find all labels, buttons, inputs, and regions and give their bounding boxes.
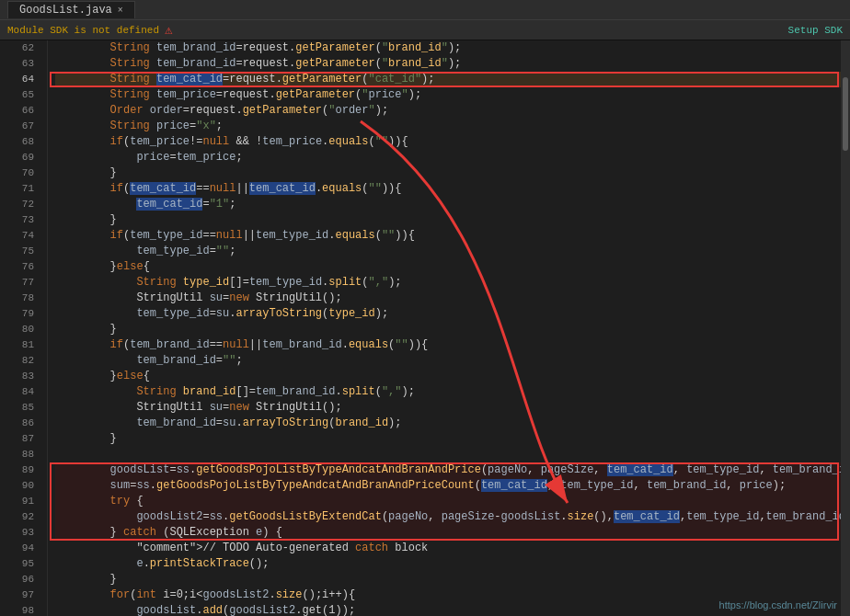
code-line-74: if(tem_type_id==null||tem_type_id.equals… bbox=[55, 228, 850, 244]
code-line-85: StringUtil su=new StringUtil(); bbox=[55, 400, 850, 416]
line-number-63: 63 bbox=[0, 56, 40, 72]
code-line-78: StringUtil su=new StringUtil(); bbox=[55, 291, 850, 306]
code-line-77: String type_id[]=tem_type_id.split(","); bbox=[55, 275, 850, 291]
code-line-84: String brand_id[]=tem_brand_id.split(","… bbox=[55, 384, 850, 400]
code-line-94: "comment">// TODO Auto-generated catch b… bbox=[55, 541, 850, 556]
line-number-85: 85 bbox=[0, 400, 40, 416]
line-number-89: 89 bbox=[0, 462, 40, 478]
setup-sdk-link[interactable]: Setup SDK bbox=[788, 25, 843, 36]
line-number-93: 93 bbox=[0, 525, 40, 541]
line-number-78: 78 bbox=[0, 291, 40, 306]
code-line-67: String price="x"; bbox=[55, 119, 850, 134]
line-number-80: 80 bbox=[0, 322, 40, 337]
code-line-81: if(tem_brand_id==null||tem_brand_id.equa… bbox=[55, 337, 850, 353]
line-number-75: 75 bbox=[0, 244, 40, 259]
line-number-64: 64 bbox=[0, 72, 40, 87]
code-line-92: goodsList2=ss.getGoodsListByExtendCat(pa… bbox=[55, 509, 850, 525]
line-number-77: 77 bbox=[0, 275, 40, 291]
line-number-72: 72 bbox=[0, 197, 40, 212]
line-number-73: 73 bbox=[0, 212, 40, 228]
file-tab[interactable]: GoodsList.java × bbox=[7, 1, 135, 18]
line-number-71: 71 bbox=[0, 181, 40, 197]
code-line-91: try { bbox=[55, 494, 850, 509]
line-number-94: 94 bbox=[0, 541, 40, 556]
sdk-warning-text: Module SDK is not defined bbox=[7, 25, 159, 36]
line-number-66: 66 bbox=[0, 103, 40, 119]
code-line-89: goodsList=ss.getGoodsPojoListByTypeAndca… bbox=[55, 462, 850, 478]
line-number-67: 67 bbox=[0, 119, 40, 134]
code-line-64: String tem_cat_id=request.getParameter("… bbox=[55, 72, 850, 87]
code-line-66: Order order=request.getParameter("order"… bbox=[55, 103, 850, 119]
code-line-88 bbox=[55, 447, 850, 462]
line-number-86: 86 bbox=[0, 416, 40, 431]
code-line-69: price=tem_price; bbox=[55, 150, 850, 165]
tab-filename: GoodsList.java bbox=[19, 4, 112, 17]
code-line-65: String tem_price=request.getParameter("p… bbox=[55, 87, 850, 103]
code-line-90: sum=ss.getGoodsPojoListByTypeAndcatAndBr… bbox=[55, 478, 850, 494]
line-number-92: 92 bbox=[0, 509, 40, 525]
line-number-69: 69 bbox=[0, 150, 40, 165]
error-indicator: ⚠ bbox=[165, 22, 172, 38]
line-number-76: 76 bbox=[0, 259, 40, 275]
line-number-81: 81 bbox=[0, 337, 40, 353]
code-line-72: tem_cat_id="1"; bbox=[55, 197, 850, 212]
code-line-80: } bbox=[55, 322, 850, 337]
code-editor: 6263646566676869707172737475767778798081… bbox=[0, 40, 850, 616]
code-line-75: tem_type_id=""; bbox=[55, 244, 850, 259]
code-line-95: e.printStackTrace(); bbox=[55, 556, 850, 572]
code-line-82: tem_brand_id=""; bbox=[55, 353, 850, 369]
code-line-83: }else{ bbox=[55, 369, 850, 384]
line-number-84: 84 bbox=[0, 384, 40, 400]
code-line-93: } catch (SQLException e) { bbox=[55, 525, 850, 541]
title-bar: GoodsList.java × bbox=[0, 0, 850, 20]
line-number-74: 74 bbox=[0, 228, 40, 244]
line-number-87: 87 bbox=[0, 431, 40, 447]
code-line-76: }else{ bbox=[55, 259, 850, 275]
line-number-82: 82 bbox=[0, 353, 40, 369]
code-line-62: String tem_brand_id=request.getParameter… bbox=[55, 40, 850, 56]
scrollbar-thumb[interactable] bbox=[843, 77, 848, 151]
line-number-95: 95 bbox=[0, 556, 40, 572]
line-number-91: 91 bbox=[0, 494, 40, 509]
line-numbers: 6263646566676869707172737475767778798081… bbox=[0, 40, 48, 616]
line-number-96: 96 bbox=[0, 572, 40, 587]
line-number-65: 65 bbox=[0, 87, 40, 103]
line-number-68: 68 bbox=[0, 134, 40, 150]
line-number-70: 70 bbox=[0, 165, 40, 181]
line-number-98: 98 bbox=[0, 603, 40, 616]
line-number-62: 62 bbox=[0, 40, 40, 56]
code-content[interactable]: String tem_brand_id=request.getParameter… bbox=[48, 40, 850, 616]
code-line-96: } bbox=[55, 572, 850, 587]
code-line-70: } bbox=[55, 165, 850, 181]
code-line-79: tem_type_id=su.arrayToString(type_id); bbox=[55, 306, 850, 322]
line-number-83: 83 bbox=[0, 369, 40, 384]
watermark: https://blog.csdn.net/Zlirvir bbox=[719, 599, 837, 610]
line-number-79: 79 bbox=[0, 306, 40, 322]
code-line-63: String tem_brand_id=request.getParameter… bbox=[55, 56, 850, 72]
tab-close[interactable]: × bbox=[118, 6, 123, 16]
code-line-87: } bbox=[55, 431, 850, 447]
line-number-97: 97 bbox=[0, 587, 40, 603]
line-number-90: 90 bbox=[0, 478, 40, 494]
code-line-73: } bbox=[55, 212, 850, 228]
info-bar: Module SDK is not defined ⚠ Setup SDK bbox=[0, 20, 850, 40]
line-number-88: 88 bbox=[0, 447, 40, 462]
code-line-86: tem_brand_id=su.arrayToString(brand_id); bbox=[55, 416, 850, 431]
scrollbar-vertical[interactable] bbox=[841, 40, 850, 616]
code-line-71: if(tem_cat_id==null||tem_cat_id.equals("… bbox=[55, 181, 850, 197]
code-line-68: if(tem_price!=null && !tem_price.equals(… bbox=[55, 134, 850, 150]
